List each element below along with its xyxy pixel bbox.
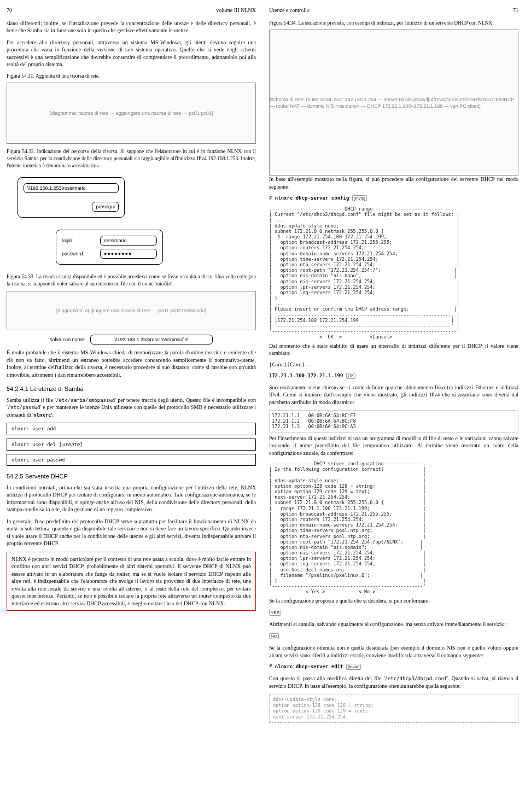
- dialog-login: login: rossimario password: ●●●●●●●●: [56, 225, 256, 269]
- section-54-2-4-1: 54.2.4.1 Le utenze di Samba: [7, 385, 256, 393]
- page-number-left: 70: [7, 7, 12, 14]
- cmd-dhcp-config: # nlnxrc dhcp-server config [Invio]: [269, 195, 518, 202]
- code-mac-bindings: 172.21.1.1 00:0B:6A:64:8C:F7 172.21.1.2 …: [269, 410, 518, 433]
- para: siano differenti; inoltre, se l'installa…: [7, 20, 256, 34]
- para: Dal momento che è stato stabilito di usa…: [269, 342, 518, 357]
- cmd-user-add: nlnxrc user add: [7, 423, 256, 435]
- fig-54-32-caption: Figura 54.32. Indicazione del percorso d…: [7, 148, 256, 169]
- page-spread: 70 volume III NLNX siano differenti; ino…: [7, 7, 518, 723]
- code-dhcpd-conf-final: ddns-update-style none; option option-12…: [269, 694, 518, 723]
- fig-54-31-image: [diagramma: risorse di rete → aggiungere…: [7, 83, 256, 144]
- page-number-right: 71: [513, 7, 518, 14]
- fig-54-33-image: [diagramma: aggiungere una risorsa di re…: [7, 291, 256, 330]
- page-title-right: Utenze e controllo: [269, 7, 310, 14]
- header-right: Utenze e controllo 71: [269, 7, 518, 14]
- password-value[interactable]: ●●●●●●●●: [100, 249, 157, 259]
- cmd-dhcp-edit: # nlnxrc dhcp-server edit [Invio]: [269, 663, 518, 670]
- code-dhcp-confirm: .---------------DHCP server configuratio…: [269, 461, 518, 595]
- section-54-2-5: 54.2.5 Servente DHCP: [7, 472, 256, 481]
- password-label: password:: [62, 250, 95, 257]
- fig-54-34-caption: Figura 54.34. La situazione prevista, co…: [269, 20, 518, 27]
- login-value[interactable]: rossimario: [100, 236, 157, 246]
- para: Se la configurazione ottenuta non è quel…: [269, 644, 518, 659]
- para: Per l'inserimento di questi indirizzi si…: [269, 435, 518, 457]
- login-dialog: login: rossimario password: ●●●●●●●●: [56, 230, 163, 265]
- para-samba-files: Samba utilizza il file '/etc/samba/smbpa…: [7, 396, 256, 419]
- para: Se la configurazione proposta è quella c…: [269, 597, 518, 605]
- key-no[interactable]: NO: [269, 633, 279, 639]
- save-label: salva con nome:: [50, 337, 86, 342]
- cmd-user-del: nlnxrc user del [utente]: [7, 439, 256, 451]
- save-dialog: salva con nome: \\192.168.1.253\rossimar…: [7, 335, 256, 344]
- para: In generale, l'uso predefinito del proto…: [7, 518, 256, 547]
- save-value[interactable]: \\192.168.1.253\rossimario\miofile: [90, 335, 213, 344]
- para: È molto probabile che il sistema MS-Wind…: [7, 349, 256, 378]
- seq-canc: [Canc][Canc]...: [269, 361, 518, 368]
- path-dialog: \\192.168.1.253\rossimario prosegui: [18, 177, 125, 218]
- cmd-user-passwd: nlnxrc user passwd: [7, 454, 256, 466]
- page-title-left: volume III NLNX: [216, 7, 256, 14]
- prosegui-button[interactable]: prosegui: [92, 202, 119, 212]
- fig-54-34-image: [schema di rete: router ADSL NAT 192.168…: [269, 30, 518, 176]
- code-dhcp-range: .--------------------------DHCP range---…: [269, 206, 518, 340]
- dialog-path: \\192.168.1.253\rossimario prosegui: [18, 173, 256, 222]
- para: In condizioni normali, prima che sia sta…: [7, 484, 256, 513]
- para: In base all'esempio mostrato nella figur…: [269, 176, 518, 190]
- fig-54-31-caption: Figura 54.31. Aggiunta di una risorsa di…: [7, 73, 256, 80]
- header-left: 70 volume III NLNX: [7, 7, 256, 14]
- cmd-range-ok: 172.21.1.100 172.21.1.199 OK: [269, 372, 518, 379]
- unc-path-value: \\192.168.1.253\rossimario: [24, 183, 119, 193]
- fig-54-33-caption: Figura 54.33. La risorsa risulta disponi…: [7, 273, 256, 288]
- left-column: 70 volume III NLNX siano differenti; ino…: [7, 7, 256, 723]
- para-dhcpd-conf: Con questo si passa alla modifica dirett…: [269, 675, 518, 690]
- para: Per accedere alle directory personali, a…: [7, 39, 256, 68]
- right-column: Utenze e controllo 71 Figura 54.34. La s…: [269, 7, 518, 723]
- key-yes[interactable]: YES: [269, 610, 281, 616]
- para: Successivamente viene chiesto se si vuol…: [269, 384, 518, 406]
- login-label: login:: [62, 237, 95, 244]
- para: Altrimenti si annulla, salvando ugualmen…: [269, 621, 518, 628]
- warning-box: NLNX è pensato in modo particolare per i…: [7, 552, 256, 611]
